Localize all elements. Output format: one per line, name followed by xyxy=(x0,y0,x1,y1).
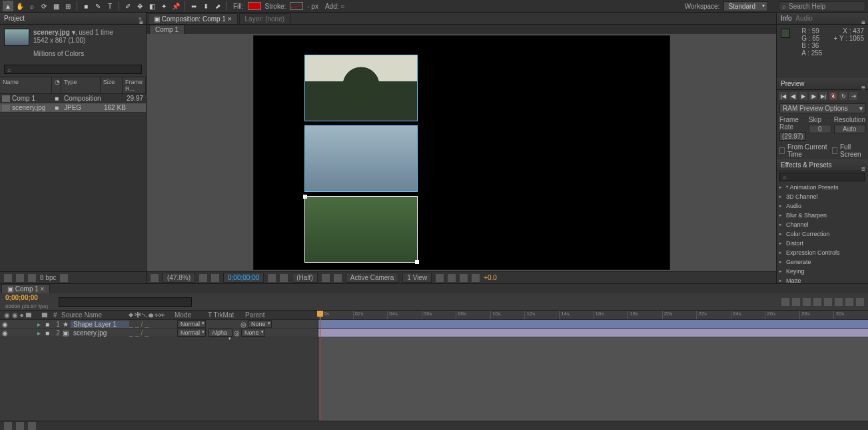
search-help-input[interactable]: Search Help xyxy=(779,1,865,11)
rectangle-tool-icon[interactable]: ■ xyxy=(81,1,91,11)
local-axis-icon[interactable]: ⬌ xyxy=(189,1,199,11)
view-layout-dropdown[interactable]: 1 View xyxy=(402,273,432,283)
layer-name[interactable]: Shape Layer 1 xyxy=(71,321,129,328)
effects-search-input[interactable] xyxy=(779,173,865,181)
rotate-tool-icon[interactable]: ⟳ xyxy=(39,1,49,11)
camera-tool-icon[interactable]: ▦ xyxy=(51,1,61,11)
col-name[interactable]: Name xyxy=(0,77,52,93)
project-search-input[interactable] xyxy=(4,65,142,74)
new-comp-icon[interactable] xyxy=(28,274,36,282)
mute-icon[interactable]: 🔇 xyxy=(829,92,837,100)
col-source[interactable]: Source Name xyxy=(57,311,124,319)
timeline-search-input[interactable] xyxy=(59,297,192,307)
effects-category[interactable]: Generate xyxy=(777,257,868,267)
fill-swatch[interactable] xyxy=(248,2,261,10)
col-label-icon[interactable]: ◔ xyxy=(52,77,61,93)
interpret-footage-icon[interactable] xyxy=(4,274,12,282)
stroke-width[interactable]: - px xyxy=(307,3,318,10)
info-panel-header[interactable]: Info Audio xyxy=(777,13,868,25)
add-label[interactable]: Add: ○ xyxy=(325,3,344,10)
effects-category[interactable]: Expression Controls xyxy=(777,248,868,257)
skip-value[interactable]: 0 xyxy=(809,125,831,133)
layer-panel-tab[interactable]: Layer: (none) xyxy=(239,13,290,24)
layer-image-middle[interactable] xyxy=(304,125,418,192)
always-preview-icon[interactable] xyxy=(151,274,159,282)
toggle-in-out-icon[interactable] xyxy=(28,422,36,430)
selection-tool-icon[interactable]: ▲ xyxy=(3,1,13,11)
effects-category[interactable]: Channel xyxy=(777,220,868,229)
parent-dropdown[interactable]: None xyxy=(248,320,272,328)
project-panel-header[interactable]: Project × xyxy=(0,13,146,25)
effects-category[interactable]: * Animation Presets xyxy=(777,183,868,192)
col-framerate[interactable]: Frame R... xyxy=(123,77,146,93)
col-trkmat[interactable]: T TrkMat xyxy=(204,311,241,319)
view-axis-icon[interactable]: ⬈ xyxy=(213,1,223,11)
visibility-toggle-icon[interactable]: ◉ xyxy=(0,329,9,337)
time-ruler[interactable]: 00s02s04s06s08s10s12s14s16s18s20s22s24s2… xyxy=(318,311,868,320)
prev-frame-icon[interactable]: ◀| xyxy=(789,92,797,100)
comp-subtab[interactable]: Comp 1 xyxy=(149,25,185,35)
trkmat-dropdown[interactable]: Alpha xyxy=(209,329,232,337)
brainstorm-icon[interactable] xyxy=(835,298,843,306)
timecode-display[interactable]: 0;00;00;00 00000 (29.97 fps) xyxy=(0,293,53,311)
effects-category[interactable]: Blur & Sharpen xyxy=(777,211,868,220)
auto-keyframe-icon[interactable] xyxy=(845,298,853,306)
project-row[interactable]: scenery.jpg ■ JPEG 162 KB xyxy=(0,103,146,113)
blend-mode-dropdown[interactable]: Normal xyxy=(177,320,206,328)
toggle-mask-icon[interactable] xyxy=(211,274,219,282)
effects-category[interactable]: 3D Channel xyxy=(777,192,868,201)
track-bar[interactable] xyxy=(318,320,868,329)
comp-mini-flowchart-icon[interactable] xyxy=(781,298,789,306)
project-row[interactable]: Comp 1 ■ Composition 29.97 xyxy=(0,94,146,103)
ram-preview-icon[interactable]: ⇥ xyxy=(849,92,857,100)
info-tab[interactable]: Info xyxy=(781,15,792,22)
bpc-toggle[interactable]: 8 bpc xyxy=(40,274,56,281)
world-axis-icon[interactable]: ⬍ xyxy=(201,1,211,11)
exposure-value[interactable]: +0.0 xyxy=(484,274,497,281)
toggle-modes-icon[interactable] xyxy=(16,422,24,430)
col-type[interactable]: Type xyxy=(61,77,101,93)
fast-previews-icon[interactable] xyxy=(448,274,456,282)
track-bar[interactable] xyxy=(318,329,868,337)
visibility-toggle-icon[interactable]: ◉ xyxy=(0,321,9,328)
pan-behind-tool-icon[interactable]: ⊞ xyxy=(63,1,73,11)
pixel-aspect-icon[interactable] xyxy=(436,274,444,282)
snapshot-icon[interactable] xyxy=(268,274,276,282)
last-frame-icon[interactable]: ▶| xyxy=(819,92,827,100)
col-mode[interactable]: Mode xyxy=(171,311,204,319)
timeline-tracks[interactable]: 00s02s04s06s08s10s12s14s16s18s20s22s24s2… xyxy=(318,311,868,421)
hide-shy-icon[interactable] xyxy=(803,298,811,306)
stroke-swatch[interactable] xyxy=(290,2,303,10)
timeline-layer-row[interactable]: ◉ ▸ ■ 1 ★ Shape Layer 1 ⎯ ⎯ / ⎯ Normal ◎… xyxy=(0,320,318,329)
from-current-checkbox[interactable] xyxy=(779,147,785,154)
roto-tool-icon[interactable]: ✦ xyxy=(159,1,169,11)
composition-canvas[interactable] xyxy=(254,36,669,269)
comp-panel-tab[interactable]: ▣ Composition: Comp 1 × xyxy=(148,13,238,24)
draft-3d-icon[interactable] xyxy=(792,298,800,306)
loop-icon[interactable]: ↻ xyxy=(839,92,847,100)
first-frame-icon[interactable]: |◀ xyxy=(779,92,787,100)
zoom-dropdown[interactable]: (47.8%) xyxy=(163,273,195,283)
new-folder-icon[interactable] xyxy=(16,274,24,282)
resolution-dropdown[interactable]: (Half) xyxy=(292,273,317,283)
workspace-dropdown[interactable]: Standard xyxy=(723,1,768,11)
eraser-tool-icon[interactable]: ◧ xyxy=(147,1,157,11)
text-tool-icon[interactable]: T xyxy=(105,1,115,11)
camera-dropdown[interactable]: Active Camera xyxy=(346,273,399,283)
layer-image-top[interactable] xyxy=(304,55,418,121)
col-parent[interactable]: Parent xyxy=(241,311,268,319)
brush-tool-icon[interactable]: ✐ xyxy=(123,1,133,11)
effects-category[interactable]: Keying xyxy=(777,267,868,276)
effects-category[interactable]: Audio xyxy=(777,201,868,211)
full-screen-checkbox[interactable] xyxy=(832,147,837,154)
pen-tool-icon[interactable]: ✎ xyxy=(93,1,103,11)
composition-viewer[interactable] xyxy=(147,34,776,271)
effects-category[interactable]: Matte xyxy=(777,276,868,283)
frame-blend-icon[interactable] xyxy=(813,298,821,306)
hand-tool-icon[interactable]: ✋ xyxy=(15,1,25,11)
roi-icon[interactable] xyxy=(322,274,330,282)
col-size[interactable]: Size xyxy=(101,77,123,93)
flowchart-icon[interactable] xyxy=(472,274,480,282)
preview-panel-header[interactable]: Preview xyxy=(777,78,868,90)
framerate-value[interactable]: (29.97) xyxy=(779,132,806,141)
